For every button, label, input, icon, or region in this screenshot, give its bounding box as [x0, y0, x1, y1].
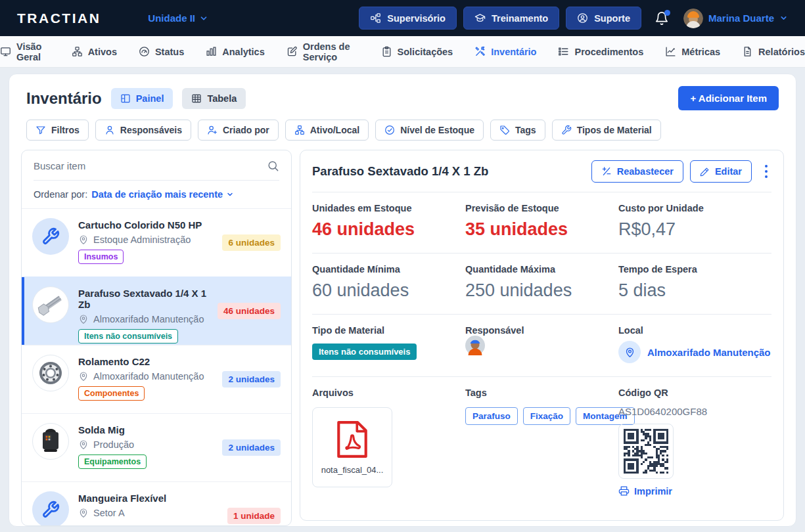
stat-value: 46 unidades	[312, 219, 465, 240]
item-name: Mangueira Flexível	[78, 493, 218, 504]
topbar: TRACTIAN Unidade II Supervisório Treinam…	[0, 0, 805, 36]
unread-notification-dot	[664, 10, 670, 16]
local-link[interactable]: Almoxarifado Manutenção	[618, 341, 771, 363]
item-location: Almoxarifado Manutenção	[93, 314, 204, 324]
notifications-button[interactable]	[655, 11, 669, 26]
sitemap-icon	[294, 125, 305, 135]
nav-visao-geral[interactable]: Visão Geral	[0, 41, 50, 62]
nav-status[interactable]: Status	[139, 46, 184, 57]
tractian-logo: TRACTIAN	[17, 11, 101, 26]
sort-dropdown[interactable]: Data de criação mais recente	[91, 189, 234, 200]
filter-ativo-local[interactable]: Ativo/Local	[285, 120, 369, 141]
filter-responsaveis[interactable]: Responsáveis	[95, 120, 191, 141]
graduation-icon	[474, 12, 486, 24]
tag-icon	[499, 125, 510, 135]
user-menu[interactable]: Marina Duarte	[683, 9, 788, 28]
print-qr-link[interactable]: Imprimir	[618, 485, 771, 497]
gauge-icon	[139, 46, 150, 57]
tag-chip[interactable]: Fixação	[523, 407, 570, 425]
filter-nivel-de-estoque[interactable]: Nível de Estoque	[375, 120, 484, 141]
view-painel-button[interactable]: Painel	[111, 88, 173, 109]
quantity-badge: 1 unidade	[227, 508, 281, 524]
unit-selector[interactable]: Unidade II	[148, 12, 208, 24]
document-icon	[742, 46, 753, 57]
sort-label: Ordenar por:	[34, 189, 87, 200]
nav-inventario[interactable]: Inventário	[474, 46, 536, 57]
item-name: Cartucho Colorido N50 HP	[78, 219, 213, 231]
filter-tags[interactable]: Tags	[490, 120, 545, 141]
clipboard-icon	[381, 46, 392, 57]
qr-code-value: AS1D0640200GF88	[618, 406, 771, 417]
unit-selector-label: Unidade II	[148, 12, 195, 24]
more-options-button[interactable]	[761, 164, 771, 179]
tag-chip[interactable]: Parafuso	[465, 407, 518, 425]
item-name: Rolamento C22	[78, 356, 213, 367]
list-item[interactable]: Mangueira Flexível Setor A 1 unidade	[22, 481, 291, 526]
stat-label: Quantidade Máxima	[465, 264, 618, 275]
quantity-badge: 46 unidades	[218, 303, 281, 319]
files-label: Arquivos	[312, 388, 465, 398]
item-name: Solda Mig	[78, 424, 213, 435]
avatar	[683, 9, 703, 28]
item-photo-bearing	[32, 355, 69, 391]
list-item[interactable]: Cartucho Colorido N50 HP Estoque Adminis…	[22, 208, 291, 277]
stat-label: Unidades em Estoque	[312, 203, 465, 213]
item-detail-panel: Parafuso Sextavado 1/4 X 1 Zb Reabastece…	[300, 150, 784, 521]
inventory-page: Inventário Painel Tabela + Adicionar Ite…	[9, 74, 796, 527]
view-tabela-button[interactable]: Tabela	[182, 88, 246, 109]
detail-title: Parafuso Sextavado 1/4 X 1 Zb	[312, 164, 585, 179]
edit-square-icon	[287, 46, 298, 57]
stat-label: Custo por Unidade	[618, 203, 771, 213]
file-card[interactable]: nota_fiscal_04...	[312, 407, 392, 487]
list-item-selected[interactable]: Parafuso Sextavado 1/4 X 1 Zb Almoxarifa…	[22, 277, 291, 345]
supervisorio-button[interactable]: Supervisório	[359, 7, 457, 30]
nav-relatorios[interactable]: Relatórios	[742, 46, 805, 57]
responsible-avatar[interactable]	[465, 336, 618, 355]
panel-layout-icon	[120, 93, 131, 104]
bar-chart-icon	[206, 46, 217, 57]
file-name: nota_fiscal_04...	[321, 465, 384, 475]
edit-button[interactable]: Editar	[690, 160, 752, 183]
item-location: Produção	[93, 439, 134, 450]
nav-analytics[interactable]: Analytics	[206, 46, 264, 57]
person-icon	[104, 125, 115, 135]
meta-row: Tipo de Material Itens não consumíveis R…	[312, 314, 771, 376]
tools-icon	[474, 46, 486, 57]
local-label: Local	[618, 325, 771, 336]
add-item-button[interactable]: + Adicionar Item	[678, 86, 779, 110]
restock-button[interactable]: Reabastecer	[591, 160, 683, 183]
quantity-badge: 2 unidades	[222, 371, 281, 388]
monitor-icon	[0, 46, 11, 57]
suporte-button[interactable]: Suporte	[566, 7, 641, 30]
sitemap-icon	[72, 46, 83, 57]
chevron-down-icon	[779, 14, 788, 22]
user-name: Marina Duarte	[708, 12, 774, 24]
search-input[interactable]	[34, 160, 231, 171]
item-tag: Componentes	[78, 386, 145, 401]
printer-icon	[618, 485, 630, 497]
nav-ativos[interactable]: Ativos	[72, 46, 117, 57]
stat-value: 35 unidades	[465, 219, 618, 240]
nav-solicitacoes[interactable]: Solicitações	[381, 46, 453, 57]
plus-minus-icon	[601, 166, 612, 177]
map-pin-icon	[78, 508, 89, 518]
item-location: Almoxarifado Manutenção	[93, 371, 204, 382]
stats-row-1: Unidades em Estoque 46 unidades Previsão…	[312, 192, 771, 253]
list-item[interactable]: Solda Mig Produção Equipamentos 2 unidad…	[22, 413, 291, 481]
stat-label: Quantidade Mínima	[312, 264, 465, 275]
table-icon	[191, 93, 202, 104]
filter-tipos-de-material[interactable]: Tipos de Material	[552, 120, 661, 141]
item-tag: Insumos	[78, 250, 124, 264]
treinamento-button[interactable]: Treinamento	[463, 7, 559, 30]
nav-ordens-de-servico[interactable]: Ordens de Serviço	[287, 41, 359, 62]
list-item[interactable]: Rolamento C22 Almoxarifado Manutenção Co…	[22, 345, 291, 413]
nav-metricas[interactable]: Métricas	[665, 46, 720, 57]
filter-filtros[interactable]: Filtros	[26, 120, 89, 141]
quantity-badge: 2 unidades	[222, 439, 281, 456]
search-icon[interactable]	[267, 160, 279, 172]
filter-criado-por[interactable]: Criado por	[198, 120, 279, 141]
nav-procedimentos[interactable]: Procedimentos	[558, 46, 643, 57]
main-nav: Visão Geral Ativos Status Analytics Orde…	[0, 36, 805, 68]
item-location: Estoque Administração	[93, 234, 191, 245]
material-type-badge: Itens não consumíveis	[312, 344, 417, 360]
